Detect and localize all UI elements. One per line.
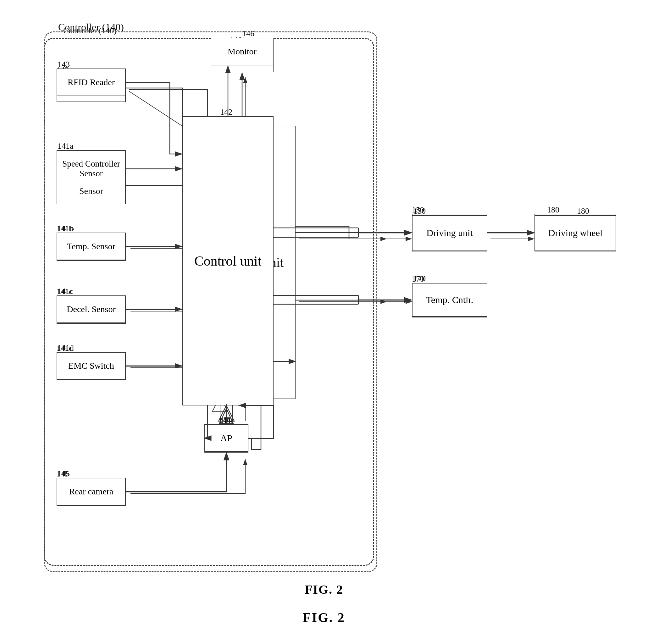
driving-wheel-ref2: 180 <box>577 207 589 216</box>
decel-ref2: 141c <box>58 287 73 296</box>
temp-sensor-ref2: 141b <box>58 224 74 233</box>
controller-title: Controller (140) <box>58 21 124 33</box>
driving-wheel-ref: 180 <box>547 205 559 215</box>
decel-block2: Decel. Sensor <box>57 295 126 323</box>
ap-block2: AP <box>204 424 249 452</box>
emc-ref2: 141d <box>58 343 74 353</box>
speed-ref2: 141a <box>58 141 73 151</box>
monitor-ref2: 146 <box>242 29 254 38</box>
temp-cntlr-ref2: 170 <box>414 274 426 284</box>
emc-block2: EMC Switch <box>57 352 126 380</box>
monitor-block2: Monitor <box>211 38 274 65</box>
fig-caption: FIG. 2 <box>303 610 345 625</box>
control-unit-ref2: 142 <box>220 108 232 117</box>
driving-unit-block2: Driving unit <box>412 215 487 250</box>
driving-unit-ref2: 150 <box>414 207 426 216</box>
fig-label: FIG. 2 <box>305 582 343 597</box>
driving-wheel-block2: Driving wheel <box>535 215 616 250</box>
temp-cntlr-block2: Temp. Cntlr. <box>412 283 487 317</box>
rfid-reader-block2: RFID Reader <box>57 68 126 96</box>
rear-camera-block2: Rear camera <box>57 478 126 506</box>
rfid-ref2: 143 <box>58 60 70 69</box>
speed-block2: Speed ControllerSensor <box>57 150 126 187</box>
rear-camera-ref2: 145 <box>58 469 70 478</box>
ap-ref2: 144 <box>218 415 231 425</box>
temp-sensor-block2: Temp. Sensor <box>57 233 126 260</box>
control-unit-block2: Control unit <box>182 116 274 405</box>
